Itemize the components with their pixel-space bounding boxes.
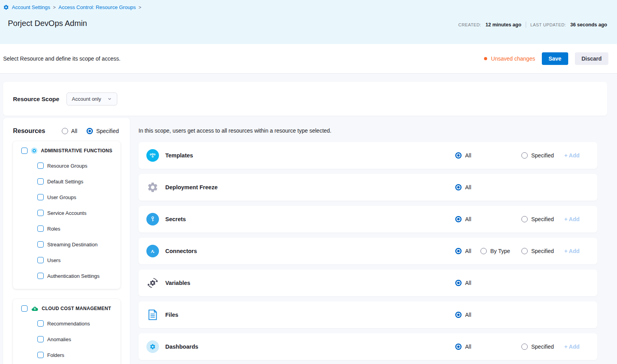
access-option-all[interactable]: All (455, 238, 471, 264)
resources-mode-option-all[interactable]: All (62, 128, 78, 134)
access-option-all[interactable]: All (455, 333, 471, 360)
dashboards-icon (146, 340, 159, 353)
item-checkbox[interactable] (37, 163, 44, 169)
radio-label: Specified (531, 344, 554, 350)
access-option-all[interactable]: All (455, 206, 471, 233)
group-item-resource-groups[interactable]: Resource Groups (13, 158, 120, 174)
group-label: CLOUD COST MANAGEMENT (42, 306, 111, 311)
resource-scope-card: Resource Scope Account only (3, 82, 607, 116)
access-option-all[interactable]: All (455, 301, 471, 328)
radio-all[interactable] (455, 184, 462, 190)
group-item-label: Roles (47, 226, 60, 232)
radio-label: By Type (490, 248, 510, 254)
templates-icon (146, 149, 159, 162)
discard-button[interactable]: Discard (575, 52, 608, 65)
radio-specified[interactable] (521, 248, 528, 254)
item-checkbox[interactable] (37, 194, 44, 200)
resource-row-secrets: SecretsAllSpecified+ Add (139, 206, 597, 233)
radio-all[interactable] (455, 280, 462, 286)
resource-row-deployment-freeze: Deployment FreezeAll (139, 174, 597, 201)
resource-row-dashboards: DashboardsAllSpecified+ Add (139, 333, 597, 360)
resource-group-card-cloud-cost-management: $CLOUD COST MANAGEMENTRecommendationsAno… (13, 299, 120, 364)
item-checkbox[interactable] (37, 352, 44, 358)
access-option-all[interactable]: All (455, 174, 471, 201)
radio-all[interactable] (455, 312, 462, 318)
resource-row-name: Connectors (165, 248, 197, 254)
toolbar-description: Select Resource and define its scope of … (3, 55, 120, 62)
access-option-all[interactable]: All (455, 270, 471, 296)
access-option-by-type[interactable]: By Type (480, 238, 510, 264)
resource-scope-dropdown[interactable]: Account only (67, 92, 117, 105)
item-checkbox[interactable] (37, 336, 44, 342)
radio-all[interactable] (62, 128, 68, 134)
radio-all[interactable] (455, 344, 462, 350)
group-item-folders[interactable]: Folders (13, 347, 120, 363)
group-item-label: Folders (47, 352, 64, 358)
item-checkbox[interactable] (37, 241, 44, 248)
resource-row-name: Variables (165, 280, 190, 286)
radio-specified[interactable] (521, 216, 528, 222)
item-checkbox[interactable] (37, 210, 44, 216)
resource-row-files: FilesAll (139, 301, 597, 328)
group-item-roles[interactable]: Roles (13, 221, 120, 237)
radio-label: All (465, 312, 471, 318)
group-item-recommendations[interactable]: Recommendations (13, 316, 120, 331)
add-button[interactable]: + Add (564, 216, 580, 222)
radio-label: All (465, 280, 471, 286)
breadcrumb-link-account-settings[interactable]: Account Settings (12, 4, 50, 10)
item-checkbox[interactable] (37, 225, 44, 232)
resource-scope-label: Resource Scope (13, 96, 59, 102)
radio-all[interactable] (455, 248, 462, 254)
access-option-specified[interactable]: Specified (521, 238, 554, 264)
radio-all[interactable] (455, 216, 462, 222)
access-option-specified[interactable]: Specified (521, 142, 554, 169)
group-item-default-settings[interactable]: Default Settings (13, 174, 120, 189)
breadcrumb-separator: > (139, 5, 141, 10)
row-left: Deployment Freeze (146, 174, 218, 201)
group-item-service-accounts[interactable]: Service Accounts (13, 205, 120, 221)
group-item-authentication-settings[interactable]: Authentication Settings (13, 268, 120, 284)
access-option-all[interactable]: All (455, 142, 471, 169)
add-cell: + Add (564, 333, 580, 360)
row-left: Dashboards (146, 333, 198, 360)
add-button[interactable]: + Add (564, 248, 580, 254)
radio-specified[interactable] (521, 344, 528, 350)
group-item-streaming-destination[interactable]: Streaming Destination (13, 237, 120, 252)
row-left: Templates (146, 142, 193, 169)
scope-intro-text: In this scope, users get access to all r… (139, 127, 331, 134)
mode-option-label: Specified (96, 128, 119, 134)
access-option-specified[interactable]: Specified (521, 333, 554, 360)
radio-all[interactable] (455, 152, 462, 159)
item-checkbox[interactable] (37, 273, 44, 279)
group-item-user-groups[interactable]: User Groups (13, 189, 120, 205)
row-left: Variables (146, 270, 190, 296)
resource-groups-list: ADMINISTRATIVE FUNCTIONSResource GroupsD… (3, 141, 130, 364)
group-checkbox[interactable] (21, 148, 28, 154)
item-checkbox[interactable] (37, 320, 44, 327)
resource-row-name: Deployment Freeze (165, 184, 218, 190)
group-checkbox[interactable] (21, 305, 28, 312)
resource-rows: TemplatesAllSpecified+ AddDeployment Fre… (139, 142, 597, 360)
mode-option-label: All (71, 128, 78, 134)
breadcrumb-link-access-control-resource-groups[interactable]: Access Control: Resource Groups (59, 4, 136, 10)
group-header: $CLOUD COST MANAGEMENT (13, 301, 120, 316)
group-item-anomalies[interactable]: Anomalies (13, 331, 120, 347)
radio-by-type[interactable] (480, 248, 487, 254)
resources-title: Resources (13, 127, 45, 135)
item-checkbox[interactable] (37, 257, 44, 263)
radio-specified[interactable] (521, 152, 528, 159)
item-checkbox[interactable] (37, 178, 44, 185)
breadcrumb-separator: > (53, 5, 56, 10)
group-item-users[interactable]: Users (13, 252, 120, 268)
save-button[interactable]: Save (542, 52, 568, 65)
add-button[interactable]: + Add (564, 152, 580, 159)
add-button[interactable]: + Add (564, 344, 580, 350)
resources-mode-option-specified[interactable]: Specified (87, 128, 119, 134)
radio-specified[interactable] (87, 128, 93, 134)
access-option-specified[interactable]: Specified (521, 206, 554, 233)
resource-row-connectors: ConnectorsAllBy TypeSpecified+ Add (139, 238, 597, 264)
unsaved-changes-label: Unsaved changes (491, 55, 535, 62)
created-value: 12 minutes ago (486, 22, 521, 28)
last-updated-value: 36 seconds ago (570, 22, 607, 28)
settings-gear-icon (3, 4, 9, 10)
